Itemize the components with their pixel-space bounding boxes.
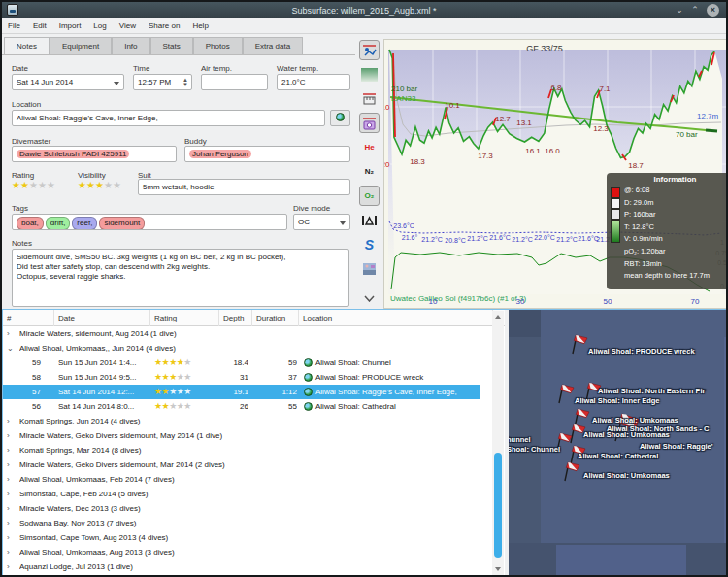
tab-photos[interactable]: Photos <box>193 37 243 54</box>
tab-info[interactable]: Info <box>112 37 149 54</box>
expander-icon[interactable]: › <box>7 516 17 530</box>
expander-icon[interactable]: › <box>7 443 17 458</box>
suit-field[interactable]: 5mm wetsuit, hoodie <box>138 179 350 195</box>
salinity-icon[interactable]: S <box>359 234 380 255</box>
column-header-depth[interactable]: Depth <box>219 310 252 326</box>
expander-icon[interactable]: › <box>7 428 17 443</box>
dive-list-scrollbar[interactable] <box>492 311 504 575</box>
notes-label: Notes <box>12 239 32 248</box>
expander-icon[interactable]: › <box>7 560 17 574</box>
menu-log[interactable]: Log <box>93 21 106 30</box>
dive-row[interactable]: 56Sat 14 Jun 2014 8:0...★★★★★2655Aliwal … <box>3 399 480 414</box>
menu-edit[interactable]: Edit <box>33 21 47 30</box>
toolbar-collapse-icon[interactable] <box>359 288 380 309</box>
scroll-up-icon[interactable] <box>495 315 501 319</box>
trip-row[interactable]: ›Miracle Waters, Dec 2013 (3 dives) <box>3 501 480 516</box>
tab-notes[interactable]: Notes <box>4 37 50 54</box>
expander-icon[interactable]: › <box>7 530 17 545</box>
tag-pill[interactable]: drift, <box>46 217 71 230</box>
dive-flag-marker[interactable] <box>571 334 589 358</box>
tag-pill[interactable]: boat, <box>17 217 44 230</box>
shade-gradient-icon[interactable] <box>359 64 380 85</box>
time-stepper[interactable]: 12:57 PM▲▼ <box>133 74 192 90</box>
location-map-button[interactable] <box>330 110 350 126</box>
dive-flag-marker[interactable] <box>563 461 581 486</box>
tab-extra-data[interactable]: Extra data <box>243 37 303 54</box>
dive-mode-select[interactable]: OC <box>293 214 350 230</box>
expander-icon[interactable]: › <box>7 487 17 501</box>
column-header-num[interactable]: # <box>3 310 54 326</box>
trip-row[interactable]: ›Komati Springs, Mar 2014 (8 dives) <box>3 443 480 458</box>
tags-field[interactable]: boat,drift,reef,sidemount <box>12 214 287 230</box>
trip-row[interactable]: ›Miracle Waters, sidemount, Aug 2014 (1 … <box>3 326 480 341</box>
visibility-stars[interactable]: ★★★★★ <box>78 180 121 190</box>
shade-window-icon[interactable]: ⌄ <box>674 5 685 17</box>
dive-sites-map[interactable]: Aliwal Shoal: PRODUCE wreckAliwal Shoal:… <box>509 310 728 576</box>
helium-graph-icon[interactable]: He <box>359 137 380 157</box>
tag-pill[interactable]: reef, <box>72 217 97 230</box>
trip-row[interactable]: ›Miracle Waters, Geko Divers sidemount, … <box>3 458 480 472</box>
profile-depth-label: 10.1 <box>445 101 460 110</box>
trip-row[interactable]: ›Aliwal Shoal, Umkomaas, Feb 2014 (7 div… <box>3 472 480 487</box>
expander-icon[interactable]: › <box>7 545 17 560</box>
title-bar[interactable]: Subsurface: willem_2015_Augb.xml * ⌄ ⌃ × <box>2 2 726 18</box>
location-field[interactable]: Aliwal Shoal: Raggie's Cave, Inner Edge, <box>12 110 325 126</box>
dive-row[interactable]: 57Sat 14 Jun 2014 12:...★★★★★19.11:12Ali… <box>3 385 480 399</box>
column-header-duration[interactable]: Duration <box>252 310 299 326</box>
menu-file[interactable]: File <box>8 21 20 30</box>
scrollbar-thumb[interactable] <box>494 453 502 558</box>
dive-row[interactable]: 58Sun 15 Jun 2014 9:5...★★★★★3137Aliwal … <box>3 370 480 385</box>
column-header-date[interactable]: Date <box>54 310 150 326</box>
dive-profile-chart[interactable]: GF 33/75 210 bar EAN33 70 bar 12.7m Uwat… <box>383 39 728 309</box>
info-tooltip-row: D: 29.0m <box>624 197 726 210</box>
expander-icon[interactable]: › <box>7 501 17 516</box>
scroll-down-icon[interactable] <box>495 567 501 571</box>
dive-computer-profile-icon[interactable] <box>359 40 380 60</box>
photos-icon[interactable] <box>359 113 380 133</box>
close-icon[interactable]: × <box>707 4 719 17</box>
menu-share-on[interactable]: Share on <box>149 21 180 30</box>
expander-icon[interactable]: › <box>7 326 17 341</box>
tag-pill[interactable]: sidemount <box>99 217 145 230</box>
oxygen-graph-icon[interactable]: O₂ <box>359 186 380 206</box>
buddy-field[interactable]: Johan Ferguson <box>184 146 350 162</box>
spinner-arrows-icon[interactable]: ▲▼ <box>182 78 188 87</box>
ruler-icon[interactable] <box>359 88 380 109</box>
menu-help[interactable]: Help <box>192 21 208 30</box>
trip-row[interactable]: ›Komati Springs, Jun 2014 (4 dives) <box>3 414 480 428</box>
menu-view[interactable]: View <box>119 21 136 30</box>
tab-equipment[interactable]: Equipment <box>50 37 112 54</box>
trip-row[interactable]: ›Aliwal Shoal, Umkomaas, Aug 2013 (3 div… <box>3 545 480 560</box>
nitrogen-graph-icon[interactable]: N₂ <box>359 161 380 182</box>
expander-icon[interactable]: ⌄ <box>7 341 17 356</box>
trip-row[interactable]: ⌄Aliwal Shoal, Umkomaas,, Jun 2014 (4 di… <box>3 341 480 356</box>
water-temp-field[interactable]: 21.0°C <box>277 74 350 90</box>
air-temp-field[interactable] <box>201 74 268 90</box>
dive-list[interactable]: #DateRatingDepthDurationLocation ›Miracl… <box>3 310 505 576</box>
maximize-icon[interactable]: ⌃ <box>689 5 701 17</box>
menu-import[interactable]: Import <box>59 21 82 30</box>
expander-icon[interactable]: › <box>7 472 17 487</box>
date-select[interactable]: Sat 14 Jun 2014 <box>12 74 124 90</box>
trip-row[interactable]: ›Simonstad, Cape, Feb 2014 (5 dives) <box>3 487 480 501</box>
divemaster-field[interactable]: Dawie Schlebush PADI 425911 <box>12 146 177 162</box>
rating-stars[interactable]: ★★★★★ <box>12 180 55 190</box>
column-header-rating[interactable]: Rating <box>150 310 219 326</box>
expander-icon[interactable]: › <box>7 458 17 472</box>
expander-icon[interactable]: › <box>7 414 17 428</box>
trip-row[interactable]: ›Simsontad, Cape Town, Aug 2013 (4 dives… <box>3 530 480 545</box>
column-header-location[interactable]: Location <box>299 310 493 326</box>
trip-row[interactable]: ›Miracle Waters, Geko Divers sidemount, … <box>3 428 480 443</box>
dive-number: 56 <box>32 399 51 414</box>
trip-row[interactable]: ›Sodwana Bay, Nov 2013 (7 dives) <box>3 516 480 530</box>
profile-depth-label: 12.7 <box>495 115 511 123</box>
notes-textarea[interactable]: Sidemount dive, SMS50 BC. 3kg weights (1… <box>12 249 349 307</box>
dive-list-header[interactable]: #DateRatingDepthDurationLocation <box>3 310 505 326</box>
dive-flag-marker[interactable] <box>557 384 576 408</box>
tab-stats[interactable]: Stats <box>150 37 193 54</box>
picture-thumbnail-icon[interactable] <box>359 258 380 279</box>
tank-bar-icon[interactable] <box>359 210 380 230</box>
dive-row[interactable]: 59Sun 15 Jun 2014 1:4...★★★★★18.459Aliwa… <box>3 356 480 370</box>
pressure-start-label: 210 bar <box>391 85 417 93</box>
trip-row[interactable]: ›Aquanzi Lodge, Jul 2013 (1 dive) <box>3 560 480 574</box>
